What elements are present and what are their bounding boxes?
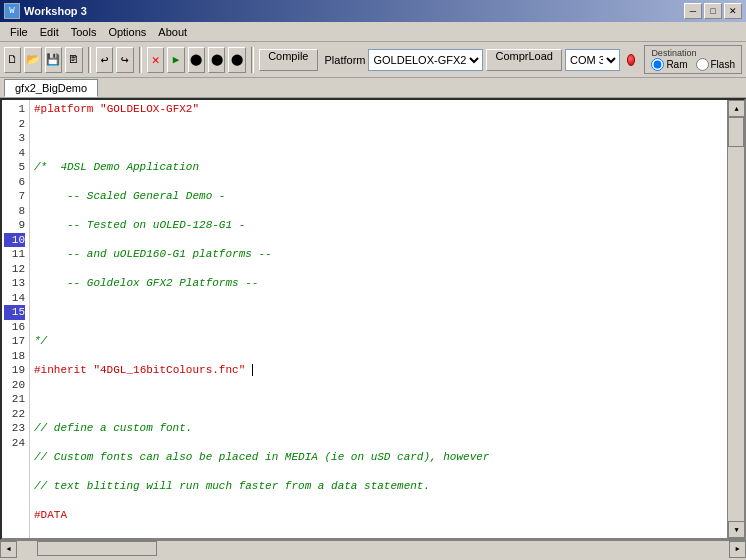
line-number: 22 — [4, 407, 25, 422]
menu-file[interactable]: File — [4, 24, 34, 40]
h-scroll-track[interactable] — [17, 541, 729, 558]
compile-button[interactable]: Compile — [259, 49, 317, 71]
line-number: 16 — [4, 320, 25, 335]
line-number: 17 — [4, 334, 25, 349]
platform-select[interactable]: GOLDELOX-GFX2 — [368, 49, 483, 71]
line-number: 11 — [4, 247, 25, 262]
saveall-button[interactable]: 🖹 — [65, 47, 82, 73]
code-line: byte MS_5anSerifBx12 — [34, 537, 723, 538]
destination-label: Destination — [651, 48, 696, 58]
code-line: // Custom fonts can also be placed in ME… — [34, 450, 723, 465]
flash-radio-label[interactable]: Flash — [696, 58, 735, 71]
scroll-thumb[interactable] — [728, 117, 744, 147]
scroll-right-button[interactable]: ► — [729, 541, 746, 558]
stepover-button[interactable]: ⬤ — [208, 47, 225, 73]
code-line: -- Tested on uOLED-128-G1 - — [34, 218, 723, 233]
comprload-button[interactable]: ComprLoad — [486, 49, 561, 71]
separator-3 — [251, 47, 254, 73]
code-line: #platform "GOLDELOX-GFX2" — [34, 102, 723, 117]
line-number: 2 — [4, 117, 25, 132]
line-number: 13 — [4, 276, 25, 291]
line-number: 5 — [4, 160, 25, 175]
flash-radio[interactable] — [696, 58, 709, 71]
ram-radio[interactable] — [651, 58, 664, 71]
line-number: 21 — [4, 392, 25, 407]
ram-label: Ram — [666, 59, 687, 70]
h-scroll-thumb[interactable] — [37, 541, 157, 556]
line-number: 9 — [4, 218, 25, 233]
vertical-scrollbar[interactable]: ▲ ▼ — [727, 100, 744, 538]
separator-2 — [139, 47, 142, 73]
menu-tools[interactable]: Tools — [65, 24, 103, 40]
code-line: // define a custom font. — [34, 421, 723, 436]
menu-options[interactable]: Options — [102, 24, 152, 40]
app-icon: W — [4, 3, 20, 19]
platform-label: Platform — [325, 54, 366, 66]
line-number: 4 — [4, 146, 25, 161]
minimize-button[interactable]: ─ — [684, 3, 702, 19]
stepin-button[interactable]: ⬤ — [228, 47, 245, 73]
line-number: 19 — [4, 363, 25, 378]
code-line — [34, 392, 723, 407]
line-number: 23 — [4, 421, 25, 436]
line-numbers: 123456789101112131415161718192021222324 — [2, 100, 30, 538]
title-text: Workshop 3 — [24, 5, 87, 17]
undo-button[interactable]: ↩ — [96, 47, 113, 73]
line-number: 3 — [4, 131, 25, 146]
line-number: 6 — [4, 175, 25, 190]
scroll-up-button[interactable]: ▲ — [728, 100, 745, 117]
open-button[interactable]: 📂 — [24, 47, 41, 73]
code-line — [34, 131, 723, 146]
tab-gfx2bigdemo[interactable]: gfx2_BigDemo — [4, 79, 98, 97]
code-line: #DATA — [34, 508, 723, 523]
tab-bar: gfx2_BigDemo — [0, 78, 746, 98]
line-number: 15 — [4, 305, 25, 320]
code-line — [34, 305, 723, 320]
stop-button[interactable]: ✕ — [147, 47, 164, 73]
destination-group: Destination Ram Flash — [644, 45, 742, 74]
line-number: 12 — [4, 262, 25, 277]
title-bar: W Workshop 3 ─ □ ✕ — [0, 0, 746, 22]
line-number: 20 — [4, 378, 25, 393]
redo-button[interactable]: ↪ — [116, 47, 133, 73]
line-number: 10 — [4, 233, 25, 248]
editor-container: 123456789101112131415161718192021222324 … — [0, 98, 746, 540]
destination-options: Ram Flash — [651, 58, 735, 71]
maximize-button[interactable]: □ — [704, 3, 722, 19]
status-indicator — [627, 54, 635, 66]
run-button[interactable]: ▶ — [167, 47, 184, 73]
line-number: 8 — [4, 204, 25, 219]
menu-about[interactable]: About — [152, 24, 193, 40]
code-line: // text blitting will run much faster fr… — [34, 479, 723, 494]
line-number: 14 — [4, 291, 25, 306]
code-line: -- Goldelox GFX2 Platforms -- — [34, 276, 723, 291]
save-button[interactable]: 💾 — [45, 47, 62, 73]
line-number: 18 — [4, 349, 25, 364]
com-select[interactable]: COM 3 — [565, 49, 620, 71]
code-line: #inherit "4DGL_16bitColours.fnc" — [34, 363, 723, 378]
ram-radio-label[interactable]: Ram — [651, 58, 687, 71]
close-button[interactable]: ✕ — [724, 3, 742, 19]
line-number: 24 — [4, 436, 25, 451]
title-bar-left: W Workshop 3 — [4, 3, 87, 19]
flash-label: Flash — [711, 59, 735, 70]
code-line: */ — [34, 334, 723, 349]
code-line: -- Scaled General Demo - — [34, 189, 723, 204]
code-line: -- and uOLED160-G1 platforms -- — [34, 247, 723, 262]
scroll-left-button[interactable]: ◄ — [0, 541, 17, 558]
menu-edit[interactable]: Edit — [34, 24, 65, 40]
title-controls: ─ □ ✕ — [684, 3, 742, 19]
debug-button[interactable]: ⬤ — [188, 47, 205, 73]
line-number: 1 — [4, 102, 25, 117]
menu-bar: File Edit Tools Options About — [0, 22, 746, 42]
scroll-down-button[interactable]: ▼ — [728, 521, 745, 538]
code-line: /* 4DSL Demo Application — [34, 160, 723, 175]
code-area[interactable]: #platform "GOLDELOX-GFX2" /* 4DSL Demo A… — [30, 100, 727, 538]
separator-1 — [88, 47, 91, 73]
line-number: 7 — [4, 189, 25, 204]
new-button[interactable]: 🗋 — [4, 47, 21, 73]
toolbar: 🗋 📂 💾 🖹 ↩ ↪ ✕ ▶ ⬤ ⬤ ⬤ Compile Platform G… — [0, 42, 746, 78]
horizontal-scrollbar[interactable]: ◄ ► — [0, 540, 746, 557]
tab-label: gfx2_BigDemo — [15, 82, 87, 94]
scroll-track[interactable] — [728, 117, 744, 521]
